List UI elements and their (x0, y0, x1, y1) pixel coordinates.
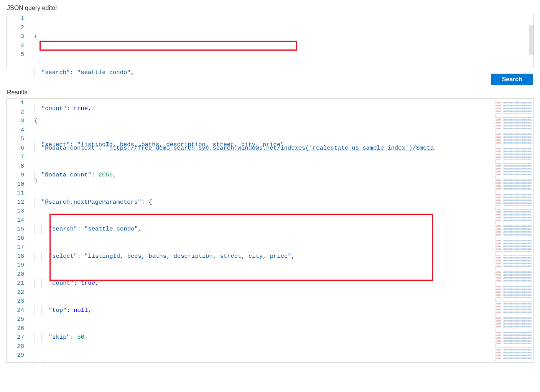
brace-open: { (34, 33, 38, 40)
results-editor[interactable]: 12345678910 11121314151617181920 2122232… (6, 98, 534, 363)
query-editor[interactable]: 12345 { "search": "seattle condo", "coun… (6, 14, 534, 68)
npp-top: null (74, 307, 88, 314)
npp-select: listingId, beds, baths, description, str… (88, 253, 288, 260)
results-code[interactable]: { "@odata.context": "https://free-demo-s… (32, 99, 494, 362)
query-scrollbar[interactable] (529, 25, 533, 55)
val-odata-count: 2056 (99, 171, 113, 178)
val-search: "seattle condo" (77, 69, 131, 76)
key-search: "search" (41, 69, 70, 76)
highlight-first-result (49, 214, 433, 281)
npp-search: seattle condo (88, 226, 134, 232)
results-gutter: 12345678910 11121314151617181920 2122232… (7, 99, 32, 362)
query-editor-label: JSON query editor (7, 5, 534, 12)
npp-count: true (81, 280, 95, 287)
key-nextpageparams: "@search.nextPageParameters" (41, 199, 141, 206)
highlight-select-line (40, 41, 297, 51)
results-minimap[interactable]: { "xxxxxxx": "xxxxxxxxxxxxxxxxxxxxxxxxxx… (494, 99, 533, 362)
val-odata-context[interactable]: https://free-demo-search-svc.search.wind… (109, 145, 434, 152)
npp-skip: 50 (77, 334, 84, 341)
key-odata-context: "@odata.context" (41, 145, 99, 152)
key-odata-count: "@odata.count" (41, 171, 91, 178)
